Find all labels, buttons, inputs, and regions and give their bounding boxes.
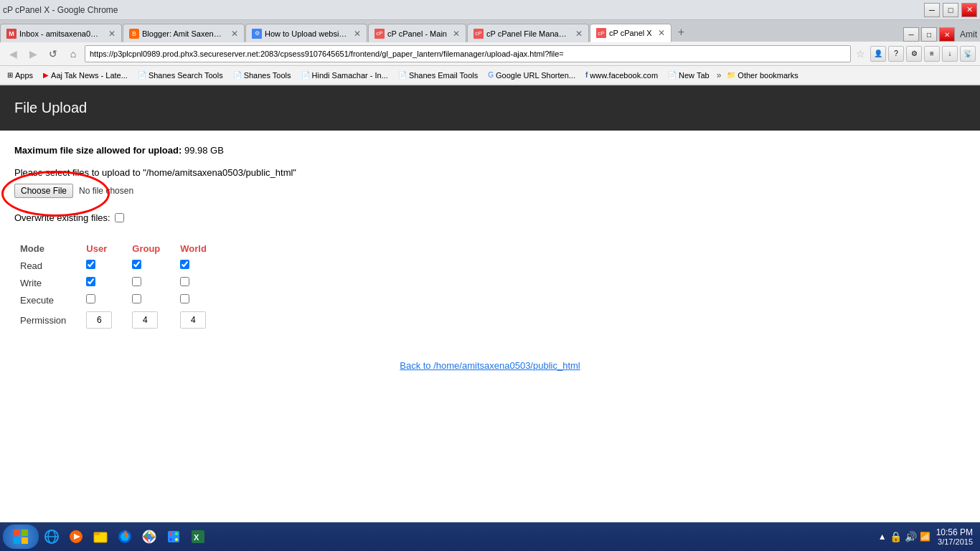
bookmark-shanes-tools[interactable]: 📄 Shanes Tools [229,70,296,81]
other-bookmarks-label: Other bookmarks [738,71,798,80]
close-button[interactable]: ✕ [961,3,977,17]
tab-blogger[interactable]: B Blogger: Amit Saxena Uni... ✕ [123,24,245,42]
select-files-label: Please select files to upload to "/home/… [14,167,296,178]
maximize-button[interactable]: □ [943,3,958,17]
bookmark-search-tools-label: Shanes Search Tools [149,71,223,80]
cast-icon[interactable]: 📡 [960,46,976,62]
help-icon[interactable]: ? [888,46,904,62]
perm-world-input[interactable] [180,311,206,329]
tab-upload[interactable]: ⚙ How to Upload website th... ✕ [245,24,367,42]
mode-execute: Execute [14,291,80,309]
title-bar: cP cPanel X - Google Chrome ─ □ ✕ [0,0,980,20]
overwrite-row: Overwrite existing files: [14,212,966,223]
choose-file-button[interactable]: Choose File [14,184,73,198]
forward-button[interactable]: ▶ [24,45,42,62]
max-file-size-label: Maximum file size allowed for upload: [14,145,182,156]
tab-filemanager[interactable]: cP cP cPanel File Manager v3 ✕ [467,24,589,42]
reload-button[interactable]: ↺ [44,45,62,62]
write-group-checkbox[interactable] [132,277,141,286]
choose-file-row: Choose File No file chosen [14,184,966,198]
read-world-cell [174,257,221,274]
back-button[interactable]: ◀ [4,45,22,62]
read-user-checkbox[interactable] [86,260,95,269]
bookmark-star[interactable]: ☆ [854,48,867,60]
bookmark-google-url-label: Google URL Shorten... [496,71,575,80]
bookmark-email-tools-label: Shanes Email Tools [409,71,478,80]
bookmark-newtab-label: New Tab [679,71,710,80]
user-name: Amit [960,29,977,39]
tab-label-cpanel-main: cP cPanel - Main [387,29,447,38]
exec-group-checkbox[interactable] [132,294,141,303]
bookmark-email-tools[interactable]: 📄 Shanes Email Tools [394,70,482,81]
favicon-upload: ⚙ [252,29,262,39]
read-user-cell [80,257,126,274]
profile-icon[interactable]: 👤 [870,46,886,62]
newtab-favicon: 📄 [668,71,677,79]
bookmark-apps[interactable]: ⊞ Apps [3,70,37,81]
perm-user-cell [80,309,126,331]
bookmark-search-tools[interactable]: 📄 Shanes Search Tools [133,70,227,81]
perm-group-input[interactable] [132,311,158,329]
col-user: User [80,240,126,257]
apps-favicon: ⊞ [7,71,13,79]
tab-label-gmail: Inbox - amitsaxena0503© [19,29,103,38]
bookmark-hindi[interactable]: 📄 Hindi Samachar - In... [297,70,392,81]
extra-icon[interactable]: ↓ [942,46,958,62]
shanes-tools-favicon: 📄 [233,71,242,79]
read-world-checkbox[interactable] [180,260,189,269]
tab-close-upload[interactable]: ✕ [354,29,361,39]
minimize-button[interactable]: ─ [924,3,940,17]
overwrite-checkbox[interactable] [115,213,124,222]
read-group-checkbox[interactable] [132,260,141,269]
other-bookmarks[interactable]: 📁 Other bookmarks [722,70,802,81]
bookmark-hindi-label: Hindi Samachar - In... [312,71,388,80]
table-row-read: Read [14,257,221,274]
table-row-write: Write [14,274,221,291]
tab-close-cpanel-x[interactable]: ✕ [658,28,665,38]
write-user-checkbox[interactable] [86,277,95,286]
perm-user-input[interactable] [86,311,112,329]
exec-user-checkbox[interactable] [86,294,95,303]
bookmarks-more-icon[interactable]: » [717,70,722,80]
title-bar-left: cP cPanel X - Google Chrome [3,5,118,15]
perm-world-cell [174,309,221,331]
tab-close-filemanager[interactable]: ✕ [575,29,583,39]
extensions-icon[interactable]: ⚙ [906,46,922,62]
tab-bar-close[interactable]: ✕ [939,27,955,42]
favicon-blogger: B [129,29,139,39]
bookmark-facebook[interactable]: f www.facebook.com [581,70,662,81]
tab-gmail[interactable]: M Inbox - amitsaxena0503© ✕ [0,24,122,42]
email-tools-favicon: 📄 [398,71,407,79]
exec-user-cell [80,291,126,309]
tab-cpanel-x[interactable]: cP cP cPanel X ✕ [590,24,672,42]
tab-close-gmail[interactable]: ✕ [108,29,116,39]
bookmark-newtab[interactable]: 📄 New Tab [664,70,714,81]
toolbar-icons: 👤 ? ⚙ ≡ ↓ 📡 [870,46,976,62]
tab-close-blogger[interactable]: ✕ [231,29,238,39]
read-group-cell [126,257,174,274]
tab-close-cpanel-main[interactable]: ✕ [453,29,460,39]
bookmark-aajtak[interactable]: ▶ Aaj Tak News - Late... [39,70,132,81]
write-world-checkbox[interactable] [180,277,189,286]
browser-chrome: cP cPanel X - Google Chrome ─ □ ✕ M Inbo… [0,0,980,85]
page-header: File Upload [0,85,980,131]
bookmarks-bar: ⊞ Apps ▶ Aaj Tak News - Late... 📄 Shanes… [0,66,980,85]
tab-cpanel-main[interactable]: cP cP cPanel - Main ✕ [368,24,466,42]
title-bar-right: ─ □ ✕ [924,3,977,17]
bookmark-google-url[interactable]: G Google URL Shorten... [484,70,580,81]
exec-world-checkbox[interactable] [180,294,189,303]
tab-bar-maximize[interactable]: □ [921,27,937,42]
home-button[interactable]: ⌂ [65,45,82,62]
address-input[interactable] [85,45,851,62]
favicon-cpanel-main: cP [374,29,385,39]
new-tab-button[interactable]: + [672,23,690,42]
bookmark-apps-label: Apps [15,71,33,80]
tab-label-filemanager: cP cPanel File Manager v3 [486,29,570,38]
settings-icon[interactable]: ≡ [924,46,940,62]
exec-group-cell [126,291,174,309]
back-link[interactable]: Back to /home/amitsaxena0503/public_html [14,360,966,371]
page-title: File Upload [14,100,87,116]
address-bar: ◀ ▶ ↺ ⌂ ☆ 👤 ? ⚙ ≡ ↓ 📡 [0,42,980,66]
google-url-favicon: G [488,71,494,79]
tab-bar-minimize[interactable]: ─ [903,27,919,42]
